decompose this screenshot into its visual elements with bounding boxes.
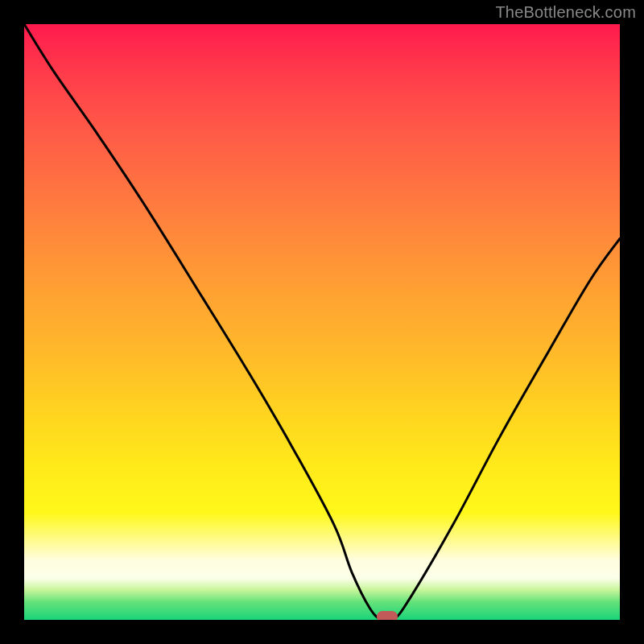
chart-frame: TheBottleneck.com: [0, 0, 644, 644]
plot-area: [24, 24, 620, 620]
bottleneck-curve: [24, 24, 620, 620]
attribution-label: TheBottleneck.com: [495, 3, 636, 22]
optimal-marker: [377, 611, 398, 620]
